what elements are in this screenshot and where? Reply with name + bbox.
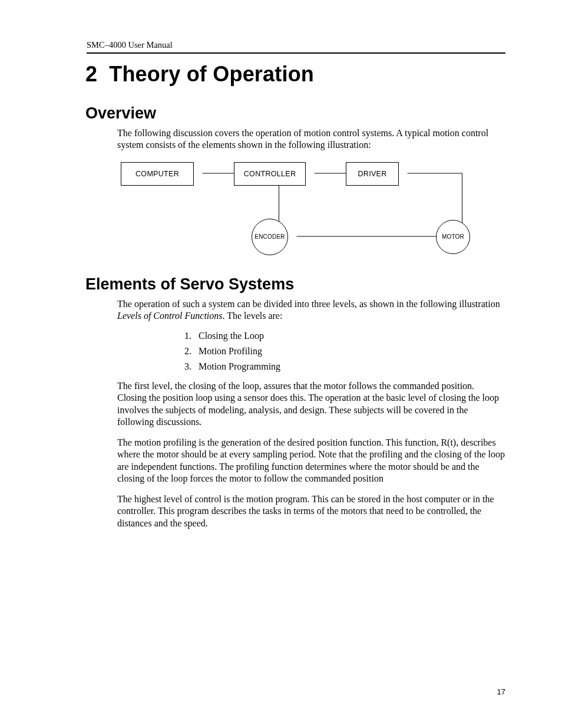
chapter-name: Theory of Operation	[109, 62, 314, 86]
levels-list: 1. Closing the Loop 2. Motion Profiling …	[184, 331, 505, 372]
servo-body: The operation of such a system can be di…	[117, 298, 505, 529]
list-item: 1. Closing the Loop	[184, 331, 505, 341]
running-head: SMC–4000 User Manual	[87, 40, 505, 54]
chapter-number: 2	[85, 62, 97, 87]
diagram-circle-encoder: ENCODER	[252, 219, 288, 255]
diagram-box-controller: CONTROLLER	[234, 162, 306, 186]
diagram-box-computer: COMPUTER	[121, 162, 194, 186]
block-diagram: COMPUTER CONTROLLER DRIVER ENCODER MOTOR	[121, 160, 505, 260]
levels-item-2: Motion Profiling	[199, 346, 262, 356]
list-item: 3. Motion Programming	[184, 361, 505, 372]
diagram-circle-motor: MOTOR	[436, 220, 470, 254]
overview-body: The following discussion covers the oper…	[117, 127, 505, 260]
overview-para-1: The following discussion covers the oper…	[117, 127, 505, 151]
servo-para-1c: . The levels are:	[223, 311, 283, 321]
servo-para-3: The motion profiling is the generation o…	[117, 437, 505, 485]
section-overview-heading: Overview	[85, 104, 505, 123]
levels-item-3: Motion Programming	[199, 361, 280, 371]
servo-para-1: The operation of such a system can be di…	[117, 298, 505, 322]
servo-para-4: The highest level of control is the moti…	[117, 493, 505, 529]
servo-para-1a: The operation of such a system can be di…	[117, 299, 500, 309]
servo-para-1b: Levels of Control Functions	[117, 311, 223, 321]
list-item: 2. Motion Profiling	[184, 346, 505, 357]
diagram-box-driver: DRIVER	[346, 162, 399, 186]
section-servo-heading: Elements of Servo Systems	[85, 275, 505, 294]
page: SMC–4000 User Manual 2Theory of Operatio…	[0, 0, 562, 728]
servo-para-2: The first level, the closing of the loop…	[117, 380, 505, 429]
levels-item-1: Closing the Loop	[199, 331, 264, 341]
chapter-title: 2Theory of Operation	[85, 62, 505, 87]
page-number: 17	[497, 687, 505, 696]
